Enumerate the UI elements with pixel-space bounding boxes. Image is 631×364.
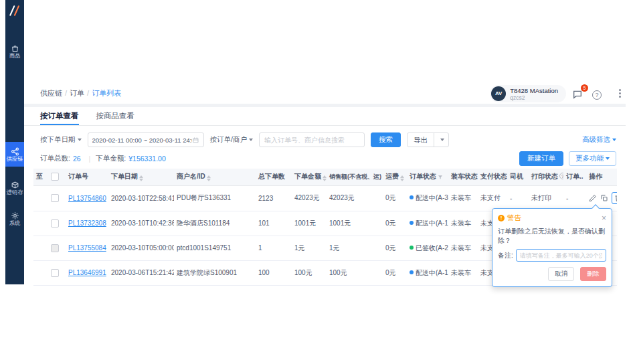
avatar: AV (491, 86, 506, 101)
order-link[interactable]: PL13646991 (68, 269, 106, 276)
sort-icon[interactable] (400, 175, 404, 181)
select-all-checkbox[interactable] (51, 173, 59, 181)
sidebar-item-supply-chain[interactable]: 供应链 (5, 142, 24, 167)
search-input[interactable] (260, 133, 364, 147)
logo-icon (8, 4, 21, 17)
order-date-cell: 2020-03-10T05:00:00 (108, 236, 174, 260)
row-checkbox[interactable] (51, 244, 59, 252)
user-account: qzcs2 (510, 94, 558, 101)
order-date-cell: 2020-03-10T10:42:36 (108, 211, 174, 236)
export-dropdown[interactable] (434, 133, 448, 147)
order-link[interactable]: PL13755084 (68, 244, 106, 252)
order-link[interactable]: PL13754860 (68, 195, 106, 202)
column-header[interactable]: 销售额(不含税、运) (327, 169, 383, 185)
messages-button[interactable]: 5 (572, 88, 584, 100)
new-order-button[interactable]: 新建订单 (519, 151, 563, 166)
order-no-cell: PL13754860 (66, 185, 108, 211)
filter-icon[interactable] (438, 173, 443, 180)
cancel-button[interactable]: 取消 (548, 267, 574, 281)
row-checkbox[interactable] (51, 194, 59, 202)
system-icon (5, 209, 24, 219)
loading-status-cell: 未装车 (448, 260, 478, 285)
delete-icon[interactable] (612, 192, 617, 204)
checkbox-cell (48, 185, 66, 211)
sort-icon[interactable] (323, 175, 327, 181)
copy-icon[interactable] (600, 194, 608, 202)
column-header[interactable]: 运费 (383, 169, 407, 185)
loading-status-cell: 未装车 (448, 211, 478, 236)
column-header: 订单.. (563, 169, 586, 185)
app-logo[interactable] (5, 4, 24, 20)
order-status-cell: 已签收(A-2-1) (407, 236, 448, 260)
select-all-header[interactable] (48, 169, 66, 185)
amount-cell: 100元 (292, 260, 327, 285)
order-source-cell: - (563, 185, 586, 211)
advanced-filter-link[interactable]: 高级筛选 (582, 135, 616, 145)
more-actions-button[interactable]: 更多功能 (569, 151, 616, 166)
row-checkbox[interactable] (51, 269, 59, 277)
chevron-down-icon (249, 139, 253, 141)
date-range-input[interactable] (88, 132, 204, 147)
breadcrumb-item[interactable]: 供应链 (40, 89, 62, 97)
topbar: 供应链/订单/订单列表 AV T8428 MAstation qzcs2 5 ? (24, 82, 626, 104)
search-type-select[interactable]: 按订单/商户 (210, 135, 253, 145)
sidebar-item-system[interactable]: 系统 (5, 206, 24, 231)
order-status-cell: 配送中(A-3-1) (407, 185, 448, 211)
sort-icon[interactable] (139, 175, 143, 181)
help-button[interactable]: ? (592, 88, 604, 100)
tab-order-view[interactable]: 按订单查看 (40, 107, 79, 125)
checkbox-cell (48, 260, 66, 285)
filter-bar: 按下单日期 按订单/商户 搜索 导出 (24, 126, 626, 149)
status-dot (410, 221, 414, 225)
chevron-down-icon (606, 157, 610, 160)
table-row: PL137548602020-03-10T22:58:41PDU餐厅S13633… (33, 185, 617, 211)
export-button[interactable]: 导出 (407, 132, 449, 147)
column-header[interactable]: 订单状态 (407, 169, 448, 185)
column-header: 装车状态 (448, 169, 478, 185)
sales-cell: 42023元 (327, 185, 383, 211)
order-total-value: 26 (73, 155, 81, 163)
column-header[interactable]: 下单日期 (108, 169, 174, 185)
qty-cell: 100 (256, 260, 292, 285)
more-menu-button[interactable] (616, 88, 623, 100)
merchant-cell: PDU餐厅S136331 (174, 185, 256, 211)
freight-cell: 0元 (383, 185, 407, 211)
row-checkbox[interactable] (51, 219, 59, 227)
amount-cell: 1元 (292, 236, 327, 260)
loading-status-cell: 未装车 (448, 185, 478, 211)
inventory-icon (5, 179, 24, 189)
search-button[interactable]: 搜索 (371, 132, 401, 147)
delete-button[interactable]: 删除 (580, 267, 606, 281)
edit-icon[interactable] (589, 194, 597, 202)
breadcrumb: 供应链/订单/订单列表 (40, 82, 121, 104)
chevron-down-icon (440, 139, 444, 141)
breadcrumb-item[interactable]: 订单 (70, 89, 84, 97)
column-header[interactable]: 商户名/ID (174, 169, 256, 185)
note-label: 备注: (498, 251, 513, 260)
user-menu[interactable]: AV T8428 MAstation qzcs2 (490, 85, 566, 102)
sidebar-item-goods[interactable]: 商品 (5, 39, 24, 64)
column-header[interactable]: 下单金额 (292, 169, 327, 185)
sort-icon[interactable] (207, 175, 211, 181)
column-header: 订单号 (66, 169, 108, 185)
order-no-cell: PL13646991 (66, 260, 108, 285)
seq-cell (33, 236, 48, 260)
order-link[interactable]: PL13732308 (68, 219, 106, 227)
help-icon[interactable]: ? (559, 173, 563, 179)
seq-cell (33, 185, 48, 211)
supply-chain-icon (5, 145, 24, 155)
sidebar-item-inventory[interactable]: 进销存 (5, 175, 24, 200)
date-type-select[interactable]: 按下单日期 (40, 135, 82, 145)
sidebar-item-label: 系统 (6, 219, 23, 226)
column-header: 支付状态 (478, 169, 507, 185)
status-dot (410, 195, 414, 199)
close-icon[interactable]: × (602, 215, 606, 221)
calendar-icon (192, 136, 199, 144)
popover-message: 订单删除之后无法恢复，是否确认删除？ (492, 225, 612, 248)
note-input[interactable] (516, 249, 606, 262)
tab-product-view[interactable]: 按商品查看 (96, 107, 135, 125)
date-range-value[interactable] (92, 136, 192, 144)
column-header: 打印状态? (529, 169, 563, 185)
order-amount-label: 下单金额: (96, 154, 126, 163)
freight-cell: 0元 (383, 236, 407, 260)
